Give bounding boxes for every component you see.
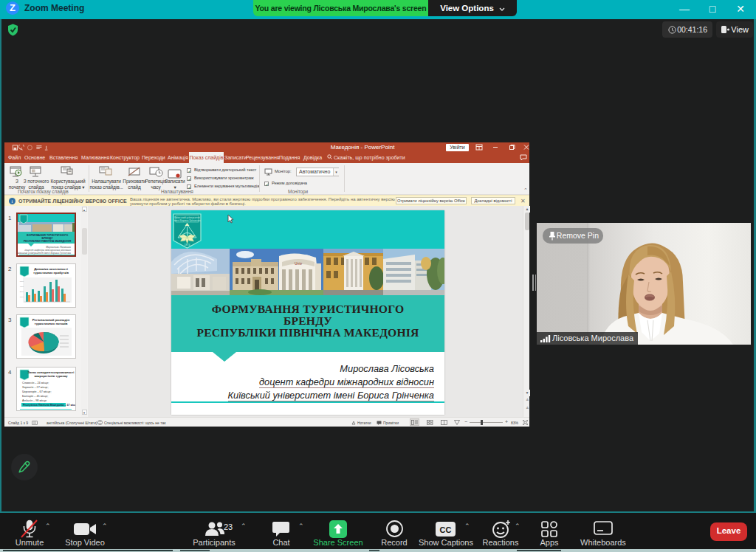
svg-text:туристичних потоків: туристичних потоків xyxy=(35,322,68,325)
svg-text:1874: 1874 xyxy=(185,244,190,246)
svg-text:Албанія – 98 місце: Албанія – 98 місце xyxy=(22,399,47,402)
svg-text:імені Бориса Грінченка: імені Бориса Грінченка xyxy=(173,219,200,222)
svg-text:CC: CC xyxy=(440,525,452,534)
svg-text:6000: 6000 xyxy=(20,280,24,283)
svg-text:4000: 4000 xyxy=(20,286,24,288)
svg-text:РЕСПУБЛІКИ ПІВНІЧНА МАКЕДОНІЯ: РЕСПУБЛІКИ ПІВНІЧНА МАКЕДОНІЯ xyxy=(24,240,72,243)
svg-text:Чорногорія – 67 місце;: Чорногорія – 67 місце; xyxy=(22,390,52,393)
svg-text:Київський університет імені Бо: Київський університет імені Бориса Грінч… xyxy=(18,252,71,255)
svg-text:Univ: Univ xyxy=(295,261,303,266)
svg-text:туристичних прибутків: туристичних прибутків xyxy=(33,271,69,275)
svg-text:Словенія – 24 місце;: Словенія – 24 місце; xyxy=(22,382,49,384)
svg-text:i: i xyxy=(12,199,13,204)
svg-text:макрорегіонів туризму: макрорегіонів туризму xyxy=(34,374,68,378)
svg-text:Республіка Північна Македонія: Республіка Північна Македонія – 57 місце xyxy=(23,404,75,407)
svg-text:Болгарія – 45 місце;: Болгарія – 45 місце; xyxy=(22,395,48,398)
svg-text:1000: 1000 xyxy=(20,296,24,298)
svg-text:2000: 2000 xyxy=(20,291,24,293)
svg-text:Хорватія – 27 місце;: Хорватія – 27 місце; xyxy=(22,386,49,389)
